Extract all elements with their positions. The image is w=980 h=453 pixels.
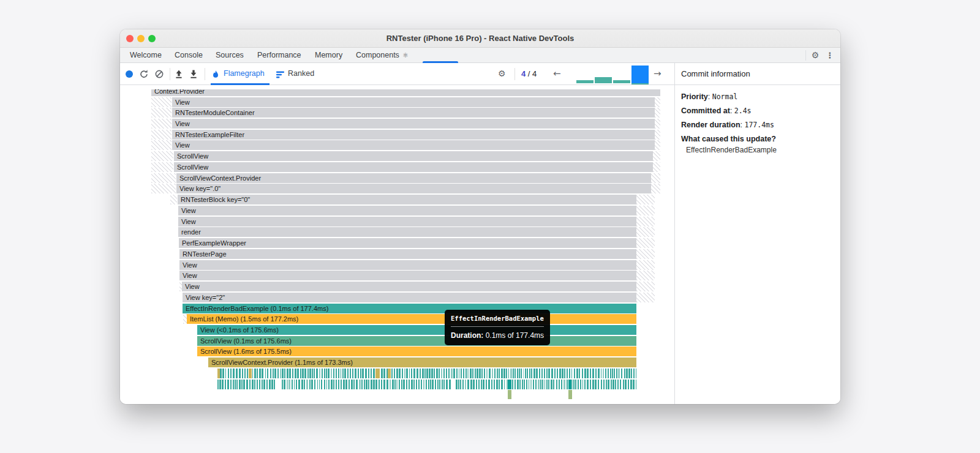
flame-mini-bar[interactable] — [488, 380, 490, 389]
flame-mini-bar[interactable] — [582, 380, 584, 389]
flame-mini-bar[interactable] — [510, 369, 511, 378]
flame-mini-bar[interactable] — [399, 369, 401, 378]
flame-mini-bar[interactable] — [458, 380, 459, 389]
flame-mini-bar[interactable] — [309, 369, 311, 378]
flame-mini-bar[interactable] — [311, 380, 313, 389]
flame-mini-bar[interactable] — [426, 380, 427, 389]
flame-mini-bar[interactable] — [228, 369, 229, 378]
flame-bar[interactable]: EffectInRenderBadExample (0.1ms of 177.4… — [183, 304, 636, 313]
flame-mini-bar[interactable] — [541, 369, 543, 378]
flame-mini-bar[interactable] — [548, 369, 550, 378]
flame-mini-bar[interactable] — [546, 369, 548, 378]
flame-mini-bar[interactable] — [483, 380, 484, 389]
flame-mini-bar[interactable] — [338, 380, 339, 389]
flame-mini-bar[interactable] — [503, 369, 505, 378]
flame-mini-bar[interactable] — [404, 369, 405, 378]
flame-bar[interactable]: ScrollView — [174, 151, 653, 161]
flame-mini-bar[interactable] — [353, 380, 355, 389]
flame-mini-bar[interactable] — [615, 380, 616, 389]
flame-mini-bar[interactable] — [625, 380, 627, 389]
flame-mini-bar[interactable] — [538, 380, 540, 389]
flame-mini-bar[interactable] — [446, 380, 448, 389]
flame-mini-bar[interactable] — [465, 380, 466, 389]
flame-mini-bar[interactable] — [567, 380, 568, 389]
commit-selector[interactable] — [576, 66, 650, 84]
flame-mini-bar[interactable] — [601, 369, 602, 378]
flame-mini-bar[interactable] — [361, 380, 363, 389]
flame-mini-bar[interactable] — [568, 380, 571, 389]
flame-mini-bar[interactable] — [559, 369, 561, 378]
flame-mini-bar[interactable] — [523, 369, 524, 378]
flame-mini-bar[interactable] — [413, 369, 415, 378]
flame-bar[interactable]: RNTesterBlock key="0" — [178, 195, 636, 204]
flame-mini-bar[interactable] — [236, 380, 238, 389]
flame-mini-bar[interactable] — [244, 369, 246, 378]
flame-mini-bar[interactable] — [477, 369, 478, 378]
flame-bar[interactable]: RNTesterModuleContainer — [172, 108, 655, 118]
flame-mini-bar[interactable] — [636, 369, 636, 378]
tab-performance[interactable]: Performance — [257, 48, 301, 63]
flame-mini-bar[interactable] — [239, 369, 241, 378]
flame-mini-bar[interactable] — [434, 369, 435, 378]
flame-mini-bar[interactable] — [297, 369, 299, 378]
export-profile-icon[interactable] — [189, 69, 198, 79]
commit-bar[interactable] — [576, 80, 594, 83]
flame-mini-bar[interactable] — [439, 380, 440, 389]
flame-mini-bar[interactable] — [269, 380, 271, 389]
flame-mini-bar[interactable] — [524, 380, 525, 389]
flame-mini-bar[interactable] — [475, 369, 476, 378]
flame-mini-bar[interactable] — [411, 369, 412, 378]
flame-mini-bar[interactable] — [233, 369, 235, 378]
flame-mini-bar[interactable] — [530, 380, 532, 389]
flame-mini-bar[interactable] — [373, 369, 374, 378]
flame-mini-bar[interactable] — [301, 380, 303, 389]
flame-mini-bar[interactable] — [239, 380, 241, 389]
flame-mini-bar[interactable] — [466, 369, 467, 378]
flame-mini-bar[interactable] — [519, 380, 521, 389]
flame-mini-bar[interactable] — [564, 369, 565, 378]
flame-mini-bar[interactable] — [579, 369, 580, 378]
flame-mini-bar[interactable] — [441, 369, 442, 378]
flame-mini-bar[interactable] — [322, 369, 323, 378]
flame-mini-bar[interactable] — [608, 380, 609, 389]
flame-mini-bar[interactable] — [592, 380, 594, 389]
flame-mini-bar[interactable] — [259, 369, 260, 378]
flame-mini-bar[interactable] — [225, 369, 227, 378]
flame-mini-bar[interactable] — [316, 369, 318, 378]
flame-mini-bar[interactable] — [420, 369, 421, 378]
flame-mini-bar[interactable] — [612, 369, 613, 378]
flame-mini-bar[interactable] — [631, 369, 632, 378]
flame-mini-bar[interactable] — [358, 369, 359, 378]
flame-mini-bar[interactable] — [533, 369, 535, 378]
flame-mini-bar[interactable] — [350, 369, 351, 378]
flame-mini-bar[interactable] — [368, 380, 369, 389]
flame-mini-bar[interactable] — [608, 369, 609, 378]
flame-bar[interactable]: View key=".0" — [176, 184, 651, 193]
flame-mini-bar[interactable] — [302, 369, 304, 378]
flame-mini-bar[interactable] — [300, 369, 301, 378]
flame-mini-bar[interactable] — [277, 369, 279, 378]
flame-mini-bar[interactable] — [519, 369, 520, 378]
flame-mini-bar[interactable] — [418, 380, 420, 389]
flame-mini-bar[interactable] — [324, 380, 326, 389]
flame-mini-bar[interactable] — [399, 380, 400, 389]
flame-mini-bar[interactable] — [282, 369, 284, 378]
flame-mini-bar[interactable] — [508, 369, 510, 378]
flame-mini-bar[interactable] — [409, 369, 410, 378]
flame-mini-bar[interactable] — [548, 380, 549, 389]
flame-mini-bar[interactable] — [598, 380, 600, 389]
flame-mini-bar[interactable] — [603, 380, 605, 389]
flame-mini-bar[interactable] — [381, 369, 383, 378]
flame-mini-bar[interactable] — [243, 380, 245, 389]
flame-mini-bar[interactable] — [567, 369, 568, 378]
flame-mini-bar[interactable] — [574, 369, 576, 378]
flame-mini-bar[interactable] — [217, 369, 220, 378]
flame-mini-bar[interactable] — [266, 380, 268, 389]
flame-mini-bar[interactable] — [364, 380, 365, 389]
flame-mini-bar[interactable] — [319, 369, 320, 378]
flame-mini-bar[interactable] — [499, 369, 500, 378]
flame-mini-bar[interactable] — [249, 369, 252, 378]
flame-mini-bar[interactable] — [284, 380, 285, 389]
flame-mini-bar[interactable] — [287, 380, 288, 389]
flame-mini-bar[interactable] — [413, 380, 415, 389]
